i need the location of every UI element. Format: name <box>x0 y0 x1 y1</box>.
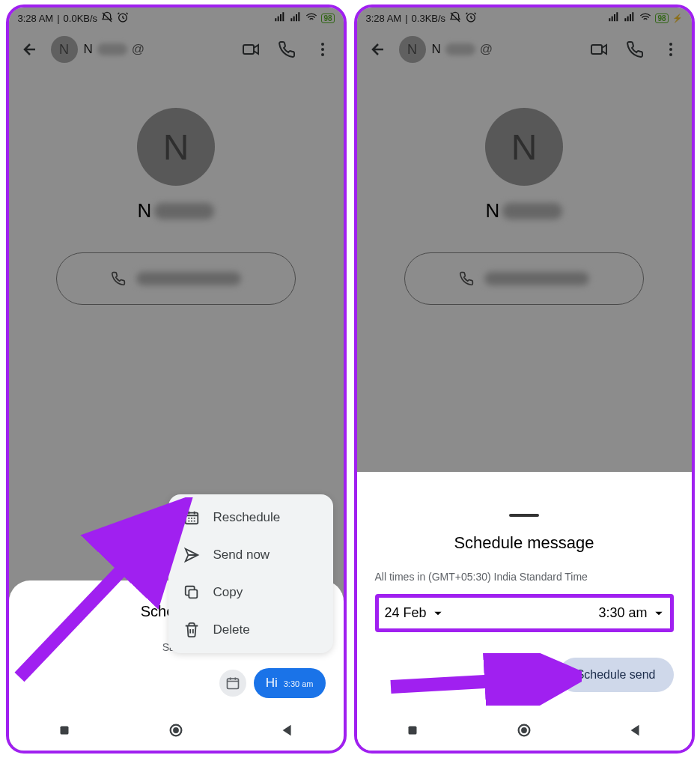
svg-rect-5 <box>227 679 238 688</box>
nav-recents[interactable] <box>56 722 73 739</box>
menu-label: Delete <box>213 622 250 637</box>
svg-point-2 <box>321 43 324 46</box>
navigation-bar <box>357 710 692 751</box>
app-bar: N N @ <box>9 28 344 70</box>
trash-icon <box>183 622 200 638</box>
back-button[interactable] <box>15 34 45 64</box>
menu-label: Reschedule <box>213 510 281 525</box>
datetime-picker-row: 24 Feb 3:30 am <box>375 594 674 632</box>
time-picker[interactable]: 3:30 am <box>598 605 663 621</box>
avatar-letter: N <box>511 127 538 168</box>
call-button[interactable] <box>272 34 302 64</box>
svg-point-16 <box>669 53 672 56</box>
svg-point-3 <box>321 48 324 51</box>
signal-icon <box>290 11 302 25</box>
status-time: 3:28 AM <box>18 13 54 24</box>
menu-label: Copy <box>213 585 243 600</box>
calendar-icon <box>183 509 200 526</box>
redacted-text <box>445 43 475 55</box>
more-button[interactable] <box>656 34 686 64</box>
nav-home[interactable] <box>168 722 184 739</box>
wifi-icon <box>305 11 317 25</box>
redacted-text <box>484 272 589 285</box>
wifi-icon <box>639 11 651 25</box>
svg-rect-8 <box>61 727 69 735</box>
redacted-text <box>154 203 214 219</box>
charging-icon: ⚡ <box>672 13 683 23</box>
menu-copy[interactable]: Copy <box>168 574 333 611</box>
conversation-area: N N <box>357 70 692 305</box>
send-icon <box>183 547 200 563</box>
battery-indicator: 98 <box>321 13 334 23</box>
status-bar: 3:28 AM | 0.0KB/s 98 <box>9 7 344 28</box>
redacted-text <box>97 43 127 55</box>
app-bar: N N @ <box>357 28 692 70</box>
contact-title[interactable]: N @ <box>432 42 578 57</box>
sheet-title: Schedule message <box>375 533 674 553</box>
contact-avatar-large: N <box>485 108 563 186</box>
contact-name-large: N <box>138 199 215 222</box>
at-symbol: @ <box>132 42 144 57</box>
status-netspeed: 0.3KB/s <box>412 13 446 24</box>
svg-rect-7 <box>189 589 197 598</box>
svg-rect-1 <box>243 45 254 54</box>
nav-back[interactable] <box>279 722 296 739</box>
more-button[interactable] <box>308 34 338 64</box>
menu-label: Send now <box>213 548 270 563</box>
dnd-icon <box>449 11 461 25</box>
nav-recents[interactable] <box>404 722 421 739</box>
video-call-button[interactable] <box>236 34 266 64</box>
contact-name: N <box>84 42 93 57</box>
signal-icon <box>274 11 286 25</box>
contact-avatar-small[interactable]: N <box>399 36 426 63</box>
message-bubble[interactable]: Hi 3:30 am <box>254 668 326 698</box>
avatar-letter: N <box>59 42 69 58</box>
sheet-handle[interactable] <box>509 514 539 517</box>
date-picker[interactable]: 24 Feb <box>385 605 443 621</box>
video-call-button[interactable] <box>584 34 614 64</box>
nav-home[interactable] <box>516 722 532 739</box>
menu-send-now[interactable]: Send now <box>168 536 333 574</box>
schedule-icon[interactable] <box>219 670 246 697</box>
alarm-icon <box>465 11 477 25</box>
menu-delete[interactable]: Delete <box>168 611 333 649</box>
schedule-send-button[interactable]: Schedule send <box>559 658 674 692</box>
contact-avatar-small[interactable]: N <box>51 36 78 63</box>
battery-indicator: 98 <box>655 13 668 23</box>
svg-rect-13 <box>591 45 602 54</box>
call-button[interactable] <box>620 34 650 64</box>
svg-point-15 <box>669 48 672 51</box>
at-symbol: @ <box>480 42 493 57</box>
scheduled-message-row: Hi 3:30 am <box>24 668 329 698</box>
chevron-down-icon <box>654 608 664 619</box>
status-time: 3:28 AM <box>366 13 402 24</box>
svg-rect-17 <box>409 727 417 735</box>
avatar-letter: N <box>163 127 189 168</box>
redacted-text <box>136 272 241 285</box>
back-button[interactable] <box>363 34 393 64</box>
menu-reschedule[interactable]: Reschedule <box>168 499 333 536</box>
signal-icon <box>608 11 620 25</box>
conversation-area: N N <box>9 70 344 305</box>
status-bar: 3:28 AM | 0.3KB/s 98 ⚡ <box>357 7 692 28</box>
context-menu: Reschedule Send now Copy Delete <box>168 494 333 653</box>
phone-number-chip[interactable] <box>56 252 296 305</box>
message-text: Hi <box>266 676 278 691</box>
svg-point-19 <box>522 728 526 733</box>
phone-number-chip[interactable] <box>404 252 644 305</box>
contact-name: N <box>432 42 441 57</box>
avatar-letter: N <box>407 42 417 58</box>
schedule-sheet: Schedule message All times in (GMT+05:30… <box>357 502 692 710</box>
redacted-text <box>502 203 562 219</box>
alarm-icon <box>117 11 129 25</box>
contact-title[interactable]: N @ <box>84 42 230 57</box>
chevron-down-icon <box>433 608 443 619</box>
svg-point-14 <box>669 43 672 46</box>
selected-time: 3:30 am <box>598 605 647 621</box>
dnd-icon <box>101 11 113 25</box>
nav-back[interactable] <box>627 722 644 739</box>
signal-icon <box>624 11 636 25</box>
left-screenshot: 3:28 AM | 0.0KB/s 98 <box>6 4 347 754</box>
svg-point-4 <box>321 53 324 56</box>
contact-avatar-large: N <box>137 108 215 186</box>
